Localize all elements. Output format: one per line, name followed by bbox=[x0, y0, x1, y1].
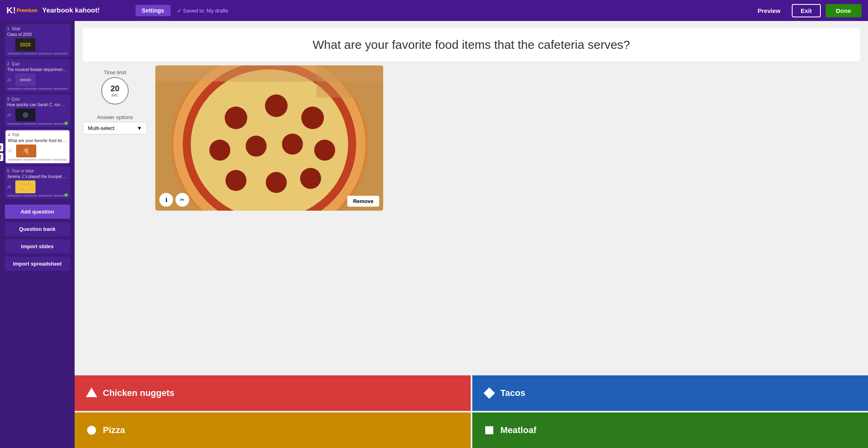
answer-tile-4[interactable]: Meatloaf bbox=[472, 412, 868, 448]
sidebar-item-4[interactable]: 4 Poll What are your favorite food items… bbox=[5, 130, 70, 164]
answer-tile-2[interactable]: Tacos bbox=[472, 375, 868, 411]
exit-button[interactable]: Exit bbox=[792, 4, 821, 17]
card-5-num: 20 bbox=[7, 185, 13, 189]
card-4-type: 4 Poll bbox=[8, 133, 67, 137]
card-delete-icon[interactable]: 🗑 bbox=[0, 153, 3, 161]
brand-k: K! bbox=[6, 5, 16, 16]
check-icon: ✓ bbox=[177, 8, 182, 14]
card-5-bars bbox=[7, 195, 68, 197]
svg-point-9 bbox=[301, 107, 324, 129]
square-icon bbox=[484, 425, 495, 436]
svg-rect-0 bbox=[20, 79, 31, 81]
remove-image-button[interactable]: Remove bbox=[347, 196, 379, 207]
time-unit: sec bbox=[111, 92, 118, 97]
sidebar-item-5[interactable]: 5 True or false Jeremy J.'s played the t… bbox=[5, 166, 70, 199]
image-edit-button[interactable]: ✂ bbox=[175, 193, 189, 207]
import-spreadsheet-button[interactable]: Import spreadsheet bbox=[5, 257, 70, 271]
svg-point-12 bbox=[282, 134, 303, 155]
brand-logo: K!Premium bbox=[6, 5, 38, 16]
question-bank-button[interactable]: Question bank bbox=[5, 222, 70, 236]
card-5-title: Jeremy J.'s played the trumpet in t... bbox=[7, 174, 68, 179]
saved-indicator: ✓ Saved to: My drafts bbox=[177, 8, 228, 14]
svg-point-1 bbox=[23, 112, 28, 118]
card-1-title: Class of 2020 bbox=[7, 32, 68, 37]
card-2-bars bbox=[7, 88, 68, 90]
time-value: 20 bbox=[111, 84, 119, 92]
svg-point-13 bbox=[314, 140, 335, 161]
kahoot-title-input[interactable] bbox=[42, 6, 131, 15]
settings-button[interactable]: Settings bbox=[136, 5, 171, 16]
answer-options-section: Answer options Multi-select ▼ bbox=[83, 114, 147, 134]
sidebar-actions: Add question Question bank Import slides… bbox=[5, 205, 70, 271]
card-3-thumb bbox=[15, 109, 35, 121]
svg-point-7 bbox=[225, 107, 247, 129]
answer-2-text: Tacos bbox=[501, 388, 526, 398]
answer-tile-1[interactable]: Chicken nuggets bbox=[75, 375, 471, 411]
card-3-title: How quickly can Sarah C. run a mil... bbox=[7, 103, 68, 107]
time-limit-label: Time limit bbox=[83, 69, 147, 75]
card-1-bars bbox=[7, 53, 68, 54]
card-3-bars bbox=[7, 123, 68, 125]
card-5-dot bbox=[65, 193, 68, 197]
preview-button[interactable]: Preview bbox=[751, 5, 787, 17]
answer-3-text: Pizza bbox=[103, 425, 125, 435]
import-slides-button[interactable]: Import slides bbox=[5, 239, 70, 253]
content-area: What are your favorite food items that t… bbox=[75, 21, 868, 448]
card-3-dot bbox=[65, 121, 68, 125]
card-4-title: What are your favorite food items t... bbox=[8, 138, 67, 143]
card-4-num: 20 bbox=[8, 149, 14, 153]
circle-icon bbox=[86, 425, 97, 436]
sidebar: 1 Slide Class of 2020 2020 2 Quiz The mu… bbox=[0, 21, 75, 448]
answer-tile-3[interactable]: Pizza bbox=[75, 412, 471, 448]
pizza-svg bbox=[155, 65, 383, 211]
time-limit-control: Time limit 20 sec bbox=[83, 69, 147, 105]
card-copy-icon[interactable]: ⧉ bbox=[0, 143, 3, 151]
svg-point-11 bbox=[246, 136, 267, 157]
top-navigation: K!Premium Settings ✓ Saved to: My drafts… bbox=[0, 0, 868, 21]
card-5-type: 5 True or false bbox=[7, 169, 68, 173]
question-editor: What are your favorite food items that t… bbox=[75, 21, 868, 448]
answer-1-text: Chicken nuggets bbox=[103, 388, 174, 398]
svg-point-8 bbox=[265, 94, 288, 117]
answer-options-label: Answer options bbox=[83, 114, 147, 120]
answer-tiles: Chicken nuggets Tacos Pizza bbox=[75, 375, 868, 448]
left-controls: Time limit 20 sec Answer options Multi-s… bbox=[83, 65, 147, 134]
image-info-button[interactable]: ℹ bbox=[159, 193, 173, 207]
card-2-type: 2 Quiz bbox=[7, 62, 68, 66]
card-4-thumb: 🍕 bbox=[16, 144, 36, 157]
brand-premium: Premium bbox=[17, 8, 37, 13]
card-1-type: 1 Slide bbox=[7, 27, 68, 31]
svg-point-16 bbox=[300, 168, 321, 189]
svg-rect-18 bbox=[317, 65, 383, 98]
question-text: What are your favorite food items that t… bbox=[313, 38, 630, 52]
chevron-down-icon: ▼ bbox=[137, 125, 142, 131]
question-image: ℹ ✂ Remove bbox=[155, 65, 383, 211]
diamond-icon bbox=[484, 387, 495, 399]
main-layout: 1 Slide Class of 2020 2020 2 Quiz The mu… bbox=[0, 21, 868, 448]
time-circle-button[interactable]: 20 sec bbox=[101, 77, 129, 105]
card-4-bars bbox=[8, 159, 67, 161]
sidebar-item-3[interactable]: 3 Quiz How quickly can Sarah C. run a mi… bbox=[5, 94, 70, 127]
svg-point-10 bbox=[209, 140, 230, 161]
card-5-thumb: 🎺 bbox=[15, 180, 35, 193]
middle-section: Time limit 20 sec Answer options Multi-s… bbox=[75, 65, 868, 375]
card-2-title: The musical theater department p... bbox=[7, 67, 68, 72]
sidebar-item-2[interactable]: 2 Quiz The musical theater department p.… bbox=[5, 59, 70, 92]
svg-point-14 bbox=[225, 170, 246, 191]
answer-4-text: Meatloaf bbox=[501, 425, 536, 435]
card-3-type: 3 Quiz bbox=[7, 97, 68, 101]
image-overlay-buttons: ℹ ✂ bbox=[159, 193, 189, 207]
add-question-button[interactable]: Add question bbox=[5, 205, 70, 219]
answer-type-value: Multi-select bbox=[88, 125, 115, 131]
card-3-num: 20 bbox=[7, 113, 13, 117]
card-2-num: 20 bbox=[7, 78, 13, 82]
card-2-thumb bbox=[15, 73, 35, 86]
triangle-icon bbox=[86, 387, 97, 399]
question-image-container: ℹ ✂ Remove bbox=[155, 65, 860, 211]
saved-text: Saved to: My drafts bbox=[183, 8, 228, 14]
sidebar-item-1[interactable]: 1 Slide Class of 2020 2020 bbox=[5, 24, 70, 57]
card-1-thumb: 2020 bbox=[15, 38, 35, 51]
question-text-box[interactable]: What are your favorite food items that t… bbox=[83, 28, 860, 61]
answer-type-select[interactable]: Multi-select ▼ bbox=[83, 122, 147, 134]
done-button[interactable]: Done bbox=[826, 4, 862, 17]
